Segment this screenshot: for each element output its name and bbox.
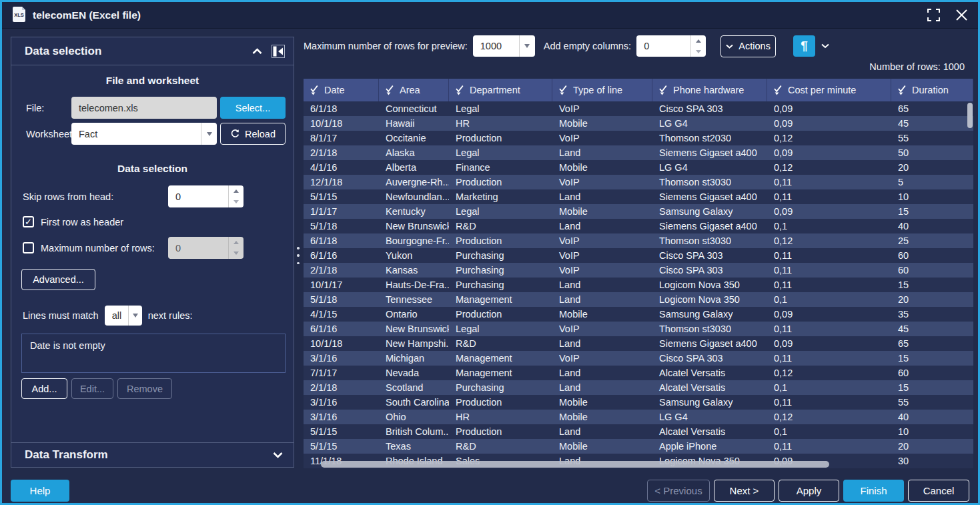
table-row: 3/1/16OhioHRMobileLG G40,1240	[304, 410, 973, 424]
file-worksheet-heading: File and worksheet	[11, 75, 294, 87]
table-cell: 0,1	[767, 380, 891, 395]
pilcrow-dropdown-chevron-icon[interactable]	[821, 43, 829, 49]
pilcrow-toggle-button[interactable]: ¶	[793, 35, 815, 57]
column-header-phone-hardware[interactable]: Phone hardware	[652, 79, 767, 101]
table-cell: LG G4	[652, 160, 767, 175]
vertical-scrollbar[interactable]	[967, 103, 973, 128]
title-bar: XLS telecomEN (Excel file)	[2, 2, 978, 29]
table-row: 10/1/18New Hampshi...R&DLandSiemens Giga…	[304, 336, 973, 351]
add-empty-down-icon[interactable]	[691, 46, 706, 57]
table-cell: Thomson st3030	[652, 233, 767, 248]
table-cell: HR	[449, 410, 552, 424]
max-preview-select[interactable]	[473, 35, 535, 57]
collapse-panel-left-icon[interactable]	[272, 45, 285, 58]
table-cell: Alaska	[379, 145, 449, 160]
table-cell: Mobile	[552, 160, 652, 175]
skip-rows-down-icon[interactable]	[229, 197, 243, 208]
column-header-label: Duration	[912, 85, 949, 95]
column-header-duration[interactable]: Duration	[891, 79, 973, 101]
max-rows-label: Maximum number of rows:	[41, 243, 161, 254]
apply-button[interactable]: Apply	[779, 480, 839, 502]
table-cell: 0,12	[767, 160, 891, 175]
worksheet-select[interactable]	[71, 123, 217, 145]
close-icon[interactable]	[956, 9, 967, 21]
match-mode-value[interactable]	[105, 310, 128, 321]
table-cell: Purchasing	[449, 263, 552, 278]
add-rule-button[interactable]: Add...	[21, 378, 67, 399]
table-cell: 6/1/18	[304, 233, 379, 248]
skip-rows-input[interactable]	[168, 191, 228, 202]
table-cell: VoIP	[552, 101, 652, 116]
next-button[interactable]: Next >	[714, 480, 775, 502]
table-cell: 40	[891, 410, 973, 424]
table-cell: 0,12	[767, 410, 891, 424]
table-cell: 0,09	[767, 101, 891, 116]
column-header-department[interactable]: Department	[449, 79, 552, 101]
finish-button[interactable]: Finish	[843, 480, 904, 502]
data-transform-section[interactable]: Data Transform	[11, 442, 294, 467]
table-cell: 20	[891, 160, 973, 175]
table-cell: 6/1/16	[304, 322, 379, 336]
select-file-button[interactable]: Select...	[220, 97, 286, 119]
table-cell: 5/1/15	[304, 424, 379, 439]
add-empty-columns-input[interactable]	[636, 41, 690, 51]
match-mode-select[interactable]	[105, 306, 142, 326]
table-cell: 4/1/16	[304, 160, 379, 175]
table-cell: VoIP	[552, 322, 652, 336]
table-cell: Mobile	[552, 204, 652, 219]
table-cell: LG G4	[652, 410, 767, 424]
table-cell: 2/1/18	[304, 263, 379, 278]
data-selection-panel: Data selection File and worksheet File: …	[11, 37, 294, 468]
max-preview-value[interactable]	[473, 41, 519, 51]
table-row: 2/1/18AlaskaLegalLandSiemens Gigaset a40…	[304, 145, 973, 160]
table-cell: 0,12	[767, 131, 891, 145]
rule-item[interactable]: Date is not empty	[22, 334, 285, 351]
advanced-button[interactable]: Advanced...	[21, 269, 95, 290]
worksheet-dropdown-arrow-icon[interactable]	[201, 123, 217, 145]
max-rows-down-icon	[229, 248, 243, 260]
match-mode-dropdown-arrow-icon[interactable]	[128, 306, 142, 326]
add-empty-up-icon[interactable]	[691, 35, 706, 46]
column-header-cost-per-minute[interactable]: Cost per minute	[767, 79, 891, 101]
table-cell: 0,11	[767, 395, 891, 410]
table-cell: 3/1/16	[304, 351, 379, 366]
table-cell: 15	[891, 204, 973, 219]
table-cell: 0,1	[767, 292, 891, 307]
skip-rows-stepper[interactable]	[168, 185, 243, 207]
help-button[interactable]: Help	[11, 480, 69, 502]
table-cell: Thomson st3030	[652, 175, 767, 189]
column-header-date[interactable]: Date	[304, 79, 379, 101]
column-header-type-of-line[interactable]: Type of line	[552, 79, 652, 101]
data-selection-heading: Data selection	[11, 163, 294, 175]
first-row-header-checkbox[interactable]: ✓	[23, 216, 34, 227]
table-cell: 60	[891, 263, 973, 278]
reload-label: Reload	[245, 129, 276, 139]
rules-list[interactable]: Date is not empty	[21, 334, 286, 373]
column-filter-check-icon	[774, 85, 782, 95]
file-path-input[interactable]	[71, 103, 217, 113]
actions-button[interactable]: Actions	[720, 35, 776, 57]
table-cell: Logicom Nova 350	[652, 292, 767, 307]
skip-rows-up-icon[interactable]	[229, 185, 243, 197]
table-cell: Land	[552, 336, 652, 351]
reload-button[interactable]: Reload	[220, 123, 286, 145]
cancel-button[interactable]: Cancel	[908, 480, 969, 502]
table-cell: 7/1/17	[304, 366, 379, 380]
table-cell: 20	[891, 292, 973, 307]
table-cell: Occitanie	[379, 131, 449, 145]
svg-text:XLS: XLS	[14, 12, 24, 18]
file-path-field[interactable]	[71, 97, 217, 119]
horizontal-scrollbar[interactable]	[321, 461, 829, 468]
table-cell: Tennessee	[379, 292, 449, 307]
worksheet-value[interactable]	[71, 129, 201, 139]
column-header-area[interactable]: Area	[379, 79, 449, 101]
chevron-down-icon[interactable]	[273, 452, 283, 458]
collapse-section-icon[interactable]	[252, 48, 262, 55]
max-rows-checkbox[interactable]	[23, 242, 34, 254]
table-row: 5/1/18New BrunswickR&DLandSiemens Gigase…	[304, 219, 973, 233]
panel-splitter-handle[interactable]	[296, 247, 300, 264]
maximize-icon[interactable]	[927, 9, 940, 21]
max-preview-dropdown-arrow-icon[interactable]	[519, 35, 535, 57]
max-rows-up-icon	[229, 237, 243, 248]
add-empty-columns-stepper[interactable]	[636, 35, 706, 57]
